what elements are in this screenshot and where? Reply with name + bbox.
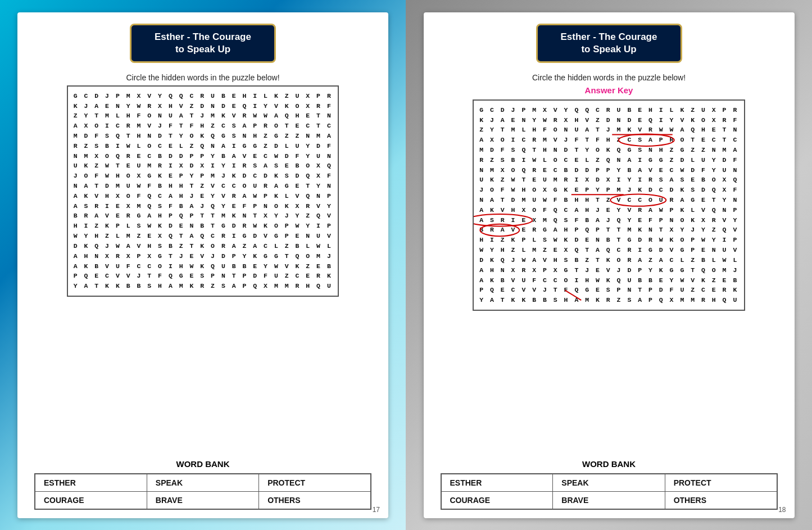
left-title-box: Esther - The Courage to Speak Up (130, 24, 276, 63)
right-title-line1: Esther - The Courage (555, 31, 664, 43)
right-page-number: 18 (778, 506, 786, 514)
right-title-box: Esther - The Courage to Speak Up (536, 24, 682, 63)
word-bank-cell: COURAGE (35, 491, 147, 509)
left-puzzle-grid: G C D J P M X V Y Q Q C R U B E H I L K … (74, 91, 333, 291)
right-instruction: Circle the hidden words in the puzzle be… (532, 73, 686, 82)
right-title-line2: to Speak Up (555, 43, 664, 56)
left-worksheet: Esther - The Courage to Speak Up Circle … (17, 12, 388, 518)
word-bank-cell: SPEAK (147, 474, 258, 492)
right-worksheet: Esther - The Courage to Speak Up Circle … (424, 12, 795, 518)
word-bank-cell: BRAVE (147, 491, 258, 509)
right-word-bank-table: ESTHERSPEAKPROTECTCOURAGEBRAVEOTHERS (441, 473, 778, 510)
right-puzzle-container: G C D J P M X V Y Q Q C R U B E H I L K … (473, 99, 745, 311)
left-puzzle-container: G C D J P M X V Y Q Q C R U B E H I L K … (67, 85, 339, 297)
left-title-line1: Esther - The Courage (148, 31, 257, 43)
right-page: Esther - The Courage to Speak Up Circle … (406, 0, 812, 530)
left-word-bank-title: WORD BANK (34, 459, 371, 469)
left-title-line2: to Speak Up (148, 43, 257, 56)
word-bank-cell: ESTHER (441, 474, 553, 492)
left-page-number: 17 (373, 506, 380, 514)
right-puzzle-grid: G C D J P M X V Y Q Q C R U B E H I L K … (479, 105, 738, 305)
answer-key-label: Answer Key (585, 85, 633, 95)
left-word-bank-section: WORD BANK ESTHERSPEAKPROTECTCOURAGEBRAVE… (34, 459, 371, 510)
word-bank-cell: COURAGE (441, 491, 553, 509)
word-bank-cell: SPEAK (553, 474, 665, 492)
right-word-bank-section: WORD BANK ESTHERSPEAKPROTECTCOURAGEBRAVE… (441, 459, 778, 510)
word-bank-cell: OTHERS (259, 491, 371, 509)
left-word-bank-table: ESTHERSPEAKPROTECTCOURAGEBRAVEOTHERS (34, 473, 371, 510)
word-bank-cell: OTHERS (665, 491, 777, 509)
word-bank-cell: PROTECT (665, 474, 777, 492)
right-word-bank-title: WORD BANK (441, 459, 778, 469)
word-bank-cell: BRAVE (553, 491, 665, 509)
word-bank-cell: ESTHER (35, 474, 147, 492)
left-instruction: Circle the hidden words in the puzzle be… (126, 73, 279, 82)
word-bank-cell: PROTECT (259, 474, 371, 492)
left-page: Esther - The Courage to Speak Up Circle … (0, 0, 406, 530)
